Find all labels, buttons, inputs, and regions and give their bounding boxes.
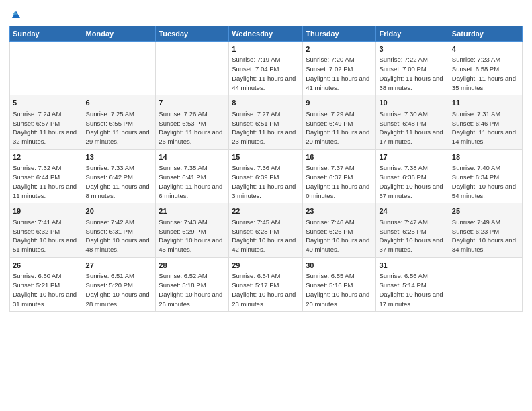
day-info: Sunrise: 7:38 AM Sunset: 6:36 PM Dayligh… [379, 163, 445, 200]
calendar-table: SundayMondayTuesdayWednesdayThursdayFrid… [9, 26, 523, 312]
day-info: Sunrise: 7:42 AM Sunset: 6:31 PM Dayligh… [86, 218, 153, 255]
day-info: Sunrise: 7:37 AM Sunset: 6:37 PM Dayligh… [306, 163, 373, 200]
calendar-cell [83, 42, 156, 95]
calendar-cell: 23Sunrise: 7:46 AM Sunset: 6:26 PM Dayli… [303, 203, 376, 257]
calendar-week-row: 1Sunrise: 7:19 AM Sunset: 7:04 PM Daylig… [10, 42, 523, 95]
calendar-cell: 2Sunrise: 7:20 AM Sunset: 7:02 PM Daylig… [303, 42, 376, 95]
calendar-cell: 4Sunrise: 7:23 AM Sunset: 6:58 PM Daylig… [449, 42, 522, 95]
calendar-week-row: 26Sunrise: 6:50 AM Sunset: 5:21 PM Dayli… [10, 257, 523, 311]
calendar-cell: 17Sunrise: 7:38 AM Sunset: 6:36 PM Dayli… [376, 149, 449, 203]
day-number: 5 [13, 98, 80, 108]
day-info: Sunrise: 6:50 AM Sunset: 5:21 PM Dayligh… [13, 271, 80, 308]
calendar-week-row: 19Sunrise: 7:41 AM Sunset: 6:32 PM Dayli… [10, 203, 523, 257]
calendar-cell: 3Sunrise: 7:22 AM Sunset: 7:00 PM Daylig… [376, 42, 449, 95]
day-info: Sunrise: 7:32 AM Sunset: 6:44 PM Dayligh… [13, 163, 80, 200]
day-number: 2 [306, 44, 373, 54]
day-number: 8 [232, 98, 300, 108]
calendar-cell: 31Sunrise: 6:56 AM Sunset: 5:14 PM Dayli… [376, 257, 449, 311]
calendar-cell: 20Sunrise: 7:42 AM Sunset: 6:31 PM Dayli… [83, 203, 156, 257]
day-number: 22 [232, 206, 300, 216]
day-info: Sunrise: 7:35 AM Sunset: 6:41 PM Dayligh… [159, 163, 226, 200]
weekday-header-saturday: Saturday [449, 26, 522, 42]
day-number: 13 [86, 152, 153, 163]
calendar-cell: 7Sunrise: 7:26 AM Sunset: 6:53 PM Daylig… [156, 95, 229, 149]
day-number: 14 [159, 152, 226, 163]
day-info: Sunrise: 6:55 AM Sunset: 5:16 PM Dayligh… [306, 271, 373, 308]
day-info: Sunrise: 7:25 AM Sunset: 6:55 PM Dayligh… [86, 109, 153, 146]
day-number: 17 [379, 152, 445, 163]
logo-icon [10, 8, 22, 20]
calendar-cell: 27Sunrise: 6:51 AM Sunset: 5:20 PM Dayli… [83, 257, 156, 311]
calendar-cell [10, 42, 83, 95]
calendar-cell: 9Sunrise: 7:29 AM Sunset: 6:49 PM Daylig… [303, 95, 376, 149]
calendar-cell: 26Sunrise: 6:50 AM Sunset: 5:21 PM Dayli… [10, 257, 83, 311]
day-number: 19 [13, 206, 80, 216]
day-number: 30 [306, 261, 373, 271]
calendar-cell: 6Sunrise: 7:25 AM Sunset: 6:55 PM Daylig… [83, 95, 156, 149]
day-info: Sunrise: 7:20 AM Sunset: 7:02 PM Dayligh… [306, 55, 373, 92]
weekday-header-friday: Friday [376, 26, 449, 42]
day-info: Sunrise: 6:51 AM Sunset: 5:20 PM Dayligh… [86, 271, 153, 308]
day-info: Sunrise: 6:56 AM Sunset: 5:14 PM Dayligh… [379, 271, 445, 308]
day-number: 16 [306, 152, 373, 163]
day-number: 20 [86, 206, 153, 216]
logo [9, 9, 22, 20]
day-info: Sunrise: 7:31 AM Sunset: 6:46 PM Dayligh… [452, 109, 519, 146]
calendar-cell: 21Sunrise: 7:43 AM Sunset: 6:29 PM Dayli… [156, 203, 229, 257]
day-info: Sunrise: 6:52 AM Sunset: 5:18 PM Dayligh… [159, 271, 226, 308]
day-info: Sunrise: 7:45 AM Sunset: 6:28 PM Dayligh… [232, 218, 300, 255]
calendar-cell: 29Sunrise: 6:54 AM Sunset: 5:17 PM Dayli… [229, 257, 303, 311]
day-info: Sunrise: 7:24 AM Sunset: 6:57 PM Dayligh… [13, 109, 80, 146]
calendar-cell: 10Sunrise: 7:30 AM Sunset: 6:48 PM Dayli… [376, 95, 449, 149]
calendar-week-row: 5Sunrise: 7:24 AM Sunset: 6:57 PM Daylig… [10, 95, 523, 149]
day-number: 26 [13, 261, 80, 271]
day-info: Sunrise: 7:30 AM Sunset: 6:48 PM Dayligh… [379, 109, 445, 146]
day-info: Sunrise: 6:54 AM Sunset: 5:17 PM Dayligh… [232, 271, 300, 308]
day-info: Sunrise: 7:36 AM Sunset: 6:39 PM Dayligh… [232, 163, 300, 200]
day-number: 3 [379, 44, 445, 54]
weekday-header-wednesday: Wednesday [229, 26, 303, 42]
weekday-header-monday: Monday [83, 26, 156, 42]
day-info: Sunrise: 7:43 AM Sunset: 6:29 PM Dayligh… [159, 218, 226, 255]
day-number: 31 [379, 261, 445, 271]
day-number: 15 [232, 152, 300, 163]
calendar-cell: 16Sunrise: 7:37 AM Sunset: 6:37 PM Dayli… [303, 149, 376, 203]
day-number: 1 [232, 44, 300, 54]
day-info: Sunrise: 7:26 AM Sunset: 6:53 PM Dayligh… [159, 109, 226, 146]
calendar-cell: 18Sunrise: 7:40 AM Sunset: 6:34 PM Dayli… [449, 149, 522, 203]
day-number: 29 [232, 261, 300, 271]
day-number: 4 [452, 44, 519, 54]
calendar-cell: 13Sunrise: 7:33 AM Sunset: 6:42 PM Dayli… [83, 149, 156, 203]
weekday-header-sunday: Sunday [10, 26, 83, 42]
day-number: 21 [159, 206, 226, 216]
calendar-cell: 5Sunrise: 7:24 AM Sunset: 6:57 PM Daylig… [10, 95, 83, 149]
calendar-cell: 11Sunrise: 7:31 AM Sunset: 6:46 PM Dayli… [449, 95, 522, 149]
calendar-cell [449, 257, 522, 311]
day-number: 9 [306, 98, 373, 108]
calendar-week-row: 12Sunrise: 7:32 AM Sunset: 6:44 PM Dayli… [10, 149, 523, 203]
day-number: 11 [452, 98, 519, 108]
day-number: 24 [379, 206, 445, 216]
day-number: 23 [306, 206, 373, 216]
calendar-header-row: SundayMondayTuesdayWednesdayThursdayFrid… [10, 26, 523, 42]
day-number: 28 [159, 261, 226, 271]
calendar-cell: 14Sunrise: 7:35 AM Sunset: 6:41 PM Dayli… [156, 149, 229, 203]
day-number: 25 [452, 206, 519, 216]
day-number: 10 [379, 98, 445, 108]
day-number: 12 [13, 152, 80, 163]
day-number: 7 [159, 98, 226, 108]
day-info: Sunrise: 7:23 AM Sunset: 6:58 PM Dayligh… [452, 55, 519, 92]
calendar-cell: 8Sunrise: 7:27 AM Sunset: 6:51 PM Daylig… [229, 95, 303, 149]
calendar-cell: 1Sunrise: 7:19 AM Sunset: 7:04 PM Daylig… [229, 42, 303, 95]
day-info: Sunrise: 7:19 AM Sunset: 7:04 PM Dayligh… [232, 55, 300, 92]
calendar-cell: 25Sunrise: 7:49 AM Sunset: 6:23 PM Dayli… [449, 203, 522, 257]
day-number: 18 [452, 152, 519, 163]
day-info: Sunrise: 7:33 AM Sunset: 6:42 PM Dayligh… [86, 163, 153, 200]
day-info: Sunrise: 7:49 AM Sunset: 6:23 PM Dayligh… [452, 218, 519, 255]
day-number: 6 [86, 98, 153, 108]
day-info: Sunrise: 7:47 AM Sunset: 6:25 PM Dayligh… [379, 218, 445, 255]
calendar-cell: 28Sunrise: 6:52 AM Sunset: 5:18 PM Dayli… [156, 257, 229, 311]
calendar-cell: 30Sunrise: 6:55 AM Sunset: 5:16 PM Dayli… [303, 257, 376, 311]
day-info: Sunrise: 7:22 AM Sunset: 7:00 PM Dayligh… [379, 55, 445, 92]
calendar-cell: 24Sunrise: 7:47 AM Sunset: 6:25 PM Dayli… [376, 203, 449, 257]
